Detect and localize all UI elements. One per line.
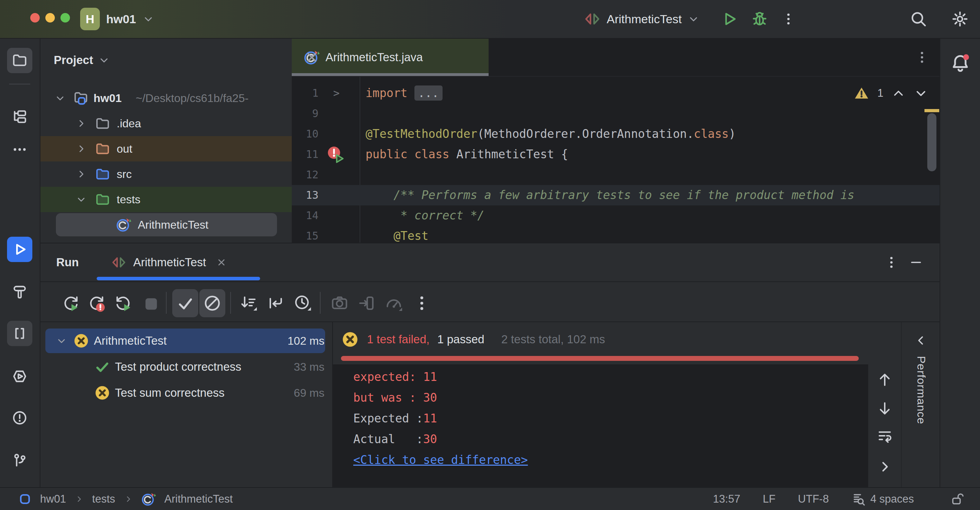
- more-options-button[interactable]: [413, 294, 431, 312]
- traffic-minimize-icon[interactable]: [45, 13, 55, 22]
- chevron-right-icon[interactable]: [76, 118, 87, 129]
- project-tree-row[interactable]: .idea: [40, 111, 292, 136]
- project-panel-header[interactable]: Project: [54, 53, 110, 67]
- test-tree-row[interactable]: Test product correctness33 ms: [40, 354, 332, 380]
- version-control-tool-button[interactable]: [7, 448, 32, 473]
- file-encoding[interactable]: UTF-8: [798, 493, 829, 505]
- folder-icon: [95, 116, 110, 131]
- capture-memory-snapshot-button[interactable]: [358, 294, 376, 312]
- chevron-right-icon[interactable]: [76, 143, 87, 155]
- console[interactable]: expected: 11but was : 30Expected :11Actu…: [333, 364, 868, 488]
- services-tool-button[interactable]: [7, 364, 32, 389]
- breadcrumb-item[interactable]: ArithmeticTest: [164, 493, 233, 505]
- status-bar: hw01testsArithmeticTest 13:57 LF UTF-8 4…: [0, 487, 980, 510]
- project-tool-button[interactable]: [7, 48, 32, 73]
- capture-snapshot-button[interactable]: [331, 294, 349, 312]
- test-name: ArithmeticTest: [94, 334, 167, 347]
- code-line[interactable]: 14 * correct */: [292, 206, 940, 226]
- code-line[interactable]: 9: [292, 104, 940, 124]
- chevron-down-icon[interactable]: [76, 194, 87, 205]
- previous-occurrence-icon[interactable]: [877, 371, 893, 387]
- chevron-down-icon: [98, 54, 110, 66]
- more-actions-button[interactable]: [781, 11, 796, 26]
- problems-tool-button[interactable]: [7, 405, 32, 430]
- run-button[interactable]: [721, 10, 738, 28]
- close-icon[interactable]: [304, 49, 320, 65]
- traffic-zoom-icon[interactable]: [60, 13, 70, 22]
- run-tool-button[interactable]: [7, 237, 32, 262]
- project-tree-row[interactable]: hw01~/Desktop/cs61b/fa25-: [40, 86, 292, 111]
- performance-tab[interactable]: Performance: [915, 356, 928, 424]
- code-line[interactable]: 15 @Test: [292, 226, 940, 243]
- breadcrumb-item[interactable]: tests: [92, 493, 115, 505]
- settings-button[interactable]: [951, 10, 969, 28]
- structure-tool-button[interactable]: [7, 104, 32, 129]
- search-button[interactable]: [910, 10, 927, 28]
- notifications-bell-icon[interactable]: [950, 53, 970, 73]
- project-tree-row[interactable]: src: [40, 161, 292, 187]
- next-occurrence-icon[interactable]: [877, 401, 893, 417]
- test-history-button[interactable]: [294, 294, 312, 312]
- line-separator[interactable]: LF: [763, 493, 775, 505]
- chevron-right-icon[interactable]: [76, 169, 87, 180]
- chevron-up-icon[interactable]: [891, 86, 906, 100]
- see-difference-link[interactable]: <Click to see difference>: [353, 453, 528, 467]
- show-ignored-button[interactable]: [203, 294, 221, 312]
- inspections-widget[interactable]: 1: [853, 85, 928, 101]
- console-nav-column: [868, 322, 901, 488]
- minimize-button[interactable]: [908, 255, 923, 270]
- test-tree-row[interactable]: Test sum correctness69 ms: [40, 380, 332, 406]
- code-line[interactable]: 1>import ...: [292, 83, 940, 104]
- code-line[interactable]: 10@TestMethodOrder(MethodOrderer.OrderAn…: [292, 124, 940, 144]
- editor-options-button[interactable]: [915, 50, 929, 65]
- git-icon: [11, 452, 28, 469]
- code-line[interactable]: 12: [292, 164, 940, 185]
- toolbar-separator: [230, 292, 231, 314]
- close-icon[interactable]: [216, 257, 227, 268]
- fold-chevron-icon[interactable]: >: [333, 83, 340, 104]
- code-line[interactable]: 13 /** Performs a few arbitrary tests to…: [292, 185, 940, 206]
- build-tool-button[interactable]: [7, 279, 32, 304]
- rerun-failed-tests-button[interactable]: [87, 294, 105, 312]
- rerun-tests-button[interactable]: [62, 294, 80, 312]
- debug-button[interactable]: [751, 10, 768, 28]
- cursor-position[interactable]: 13:57: [713, 493, 740, 505]
- chevron-down-icon[interactable]: [913, 86, 928, 100]
- chevron-right-icon[interactable]: [877, 459, 893, 475]
- project-tree-row[interactable]: tests: [40, 187, 292, 212]
- editor-tab[interactable]: ArithmeticTest.java: [292, 39, 488, 76]
- breadcrumb-item[interactable]: hw01: [40, 493, 66, 505]
- lock-icon[interactable]: [950, 492, 964, 506]
- indent-setting[interactable]: 4 spaces: [851, 492, 914, 506]
- soft-wrap-icon[interactable]: [877, 428, 893, 444]
- run-options-button[interactable]: [884, 255, 899, 270]
- show-passed-button[interactable]: [176, 294, 194, 312]
- test-output: 1 test failed, 1 passed 2 tests total, 1…: [333, 322, 868, 488]
- chevron-down-icon[interactable]: [54, 92, 66, 104]
- traffic-close-icon[interactable]: [30, 13, 40, 22]
- code-line[interactable]: 11public class ArithmeticTest {: [292, 144, 940, 164]
- toggle-auto-test-button[interactable]: [114, 294, 132, 312]
- sort-by-duration-button[interactable]: [239, 294, 258, 312]
- run-configuration-selector[interactable]: ArithmeticTest: [584, 10, 700, 28]
- tree-item-label: tests: [117, 193, 141, 206]
- run-tab[interactable]: ArithmeticTest: [111, 244, 227, 281]
- project-tree-row[interactable]: ArithmeticTest: [40, 212, 292, 237]
- brackets-tool-button[interactable]: [7, 321, 32, 346]
- chevron-down-icon[interactable]: [56, 335, 67, 346]
- navigate-with-single-click-button[interactable]: [266, 294, 285, 312]
- test-tree-row[interactable]: ArithmeticTest102 ms: [40, 328, 332, 354]
- project-tree-row[interactable]: out: [40, 136, 292, 161]
- profiler-button[interactable]: [385, 294, 403, 312]
- chevron-left-icon[interactable]: [913, 333, 928, 347]
- line-number: 14: [292, 206, 318, 226]
- more-tools-button[interactable]: [7, 137, 32, 162]
- run-toolbar: [40, 282, 940, 322]
- failed-test-run-icon[interactable]: [326, 145, 345, 164]
- editor[interactable]: ArithmeticTest.java 1>import ...910@Test…: [292, 39, 940, 243]
- editor-scrollbar[interactable]: [927, 113, 936, 171]
- project-panel-title: Project: [54, 53, 93, 67]
- stop-button[interactable]: [141, 294, 159, 312]
- project-selector[interactable]: H hw01: [80, 8, 154, 30]
- line-number: 10: [292, 124, 318, 144]
